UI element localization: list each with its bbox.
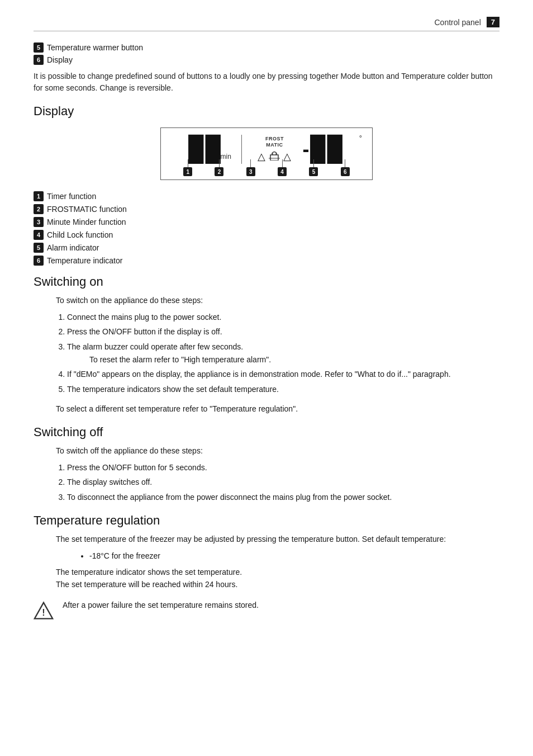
callout-line-3: [250, 159, 251, 167]
temp-reg-bullet-1: -18°C for the freezer: [89, 550, 499, 562]
callout-badge-2: 2: [215, 167, 223, 176]
callout-badge-3: 3: [246, 167, 255, 176]
header-text: Control panel 7: [434, 17, 499, 27]
step-on-4: If "dEMo" appears on the display, the ap…: [67, 368, 499, 380]
display-diagram: ██ min FROSTMATIC △: [160, 127, 373, 180]
left-segment-group: ██ min: [189, 137, 231, 162]
feature-label-2: FROSTMATIC function: [47, 205, 127, 214]
feature-item-2: 2 FROSTMATIC function: [34, 204, 499, 214]
feature-badge-5: 5: [34, 243, 44, 253]
left-segment: ██ min: [189, 137, 231, 162]
feature-item-6: 6 Temperature indicator: [34, 256, 499, 266]
warning-block: ! After a power failure the set temperat…: [34, 599, 499, 622]
step-off-1: Press the ON/OFF button for 5 seconds.: [67, 461, 499, 474]
feature-badge-4: 4: [34, 230, 44, 240]
callout-line-2: [219, 159, 220, 167]
switching-on-steps: Connect the mains plug to the power sock…: [67, 311, 499, 395]
feature-badge-6: 6: [34, 256, 44, 266]
middle-group: FROSTMATIC △ △: [252, 136, 297, 163]
page: Control panel 7 5 Temperature warmer but…: [0, 0, 533, 756]
badge-6: 6: [34, 55, 44, 65]
feature-list: 1 Timer function 2 FROSTMATIC function 3…: [34, 191, 499, 266]
callout-6: 6: [341, 159, 350, 176]
step-on-2: Press the ON/OFF button if the display i…: [67, 325, 499, 338]
temp-reg-bullets: -18°C for the freezer: [89, 550, 499, 562]
feature-label-1: Timer function: [47, 192, 96, 201]
top-items-list: 5 Temperature warmer button 6 Display: [34, 42, 499, 65]
step-on-1: Connect the mains plug to the power sock…: [67, 311, 499, 323]
callout-1: 1: [183, 159, 192, 176]
top-item-6-label: Display: [47, 55, 73, 64]
switching-off-body: To switch off the appliance do these ste…: [34, 445, 499, 503]
right-group: - ██: [302, 137, 344, 162]
step-on-3: The alarm buzzer could operate after few…: [67, 341, 499, 366]
step-off-3: To disconnect the appliance from the pow…: [67, 491, 499, 503]
switching-on-intro: To switch on the appliance do these step…: [56, 295, 499, 306]
callout-line-1: [188, 159, 188, 167]
callout-badge-1: 1: [183, 167, 192, 176]
warning-triangle-icon: !: [34, 601, 54, 621]
callout-5: 5: [309, 159, 318, 176]
header-title: Control panel: [434, 18, 480, 27]
feature-item-1: 1 Timer function: [34, 191, 499, 201]
frost-matic-label: FROSTMATIC: [265, 136, 284, 148]
feature-badge-1: 1: [34, 191, 44, 201]
switching-off-heading: Switching off: [34, 425, 499, 440]
degree-symbol: °: [359, 134, 362, 142]
badge-5: 5: [34, 42, 44, 53]
callout-badge-6: 6: [341, 167, 350, 176]
callout-4: 4: [278, 159, 287, 176]
callout-badge-4: 4: [278, 167, 287, 176]
step-off-2: The display switches off.: [67, 476, 499, 488]
seg-left: ██: [189, 137, 223, 162]
temp-reg-heading: Temperature regulation: [34, 513, 499, 528]
switching-on-body: To switch on the appliance do these step…: [34, 295, 499, 395]
feature-item-3: 3 Minute Minder function: [34, 217, 499, 227]
callout-numbers: 1 2 3 4 5: [161, 159, 372, 176]
svg-text:!: !: [42, 607, 45, 617]
intro-paragraph: It is possible to change predefined soun…: [34, 70, 499, 94]
step-on-3-sub: To reset the alarm refer to "High temper…: [89, 354, 499, 366]
feature-label-6: Temperature indicator: [47, 256, 122, 265]
switching-off-intro: To switch off the appliance do these ste…: [56, 445, 499, 457]
top-item-6: 6 Display: [34, 55, 499, 65]
step-on-5: The temperature indicators show the set …: [67, 383, 499, 395]
switching-on-heading: Switching on: [34, 275, 499, 289]
top-item-5-label: Temperature warmer button: [47, 43, 143, 52]
callout-badge-5: 5: [309, 167, 318, 176]
temp-reg-line-2: The set temperature will be reached with…: [56, 578, 499, 590]
feature-badge-2: 2: [34, 204, 44, 214]
temp-reg-line-1: The temperature indicator shows the set …: [56, 566, 499, 578]
callout-line-5: [313, 159, 314, 167]
top-item-5: 5 Temperature warmer button: [34, 42, 499, 53]
callout-line-4: [282, 159, 283, 167]
callout-3: 3: [246, 159, 255, 176]
callout-line-6: [345, 159, 345, 167]
page-header: Control panel 7: [34, 17, 499, 31]
step-on-3-text: The alarm buzzer could operate after few…: [67, 342, 243, 351]
switching-off-steps: Press the ON/OFF button for 5 seconds. T…: [67, 461, 499, 503]
temp-reg-body: The set temperature of the freezer may b…: [34, 533, 499, 590]
warning-text: After a power failure the set temperatur…: [63, 599, 259, 611]
feature-item-4: 4 Child Lock function: [34, 230, 499, 240]
feature-badge-3: 3: [34, 217, 44, 227]
warning-icon-container: !: [34, 599, 54, 622]
temp-reg-intro: The set temperature of the freezer may b…: [56, 533, 499, 545]
seg-right: ██: [310, 137, 344, 162]
page-number: 7: [487, 17, 499, 27]
feature-label-3: Minute Minder function: [47, 218, 126, 226]
seg-minus: -: [302, 138, 309, 161]
display-diagram-wrapper: ██ min FROSTMATIC △: [34, 127, 499, 180]
feature-label-4: Child Lock function: [47, 230, 113, 239]
feature-label-5: Alarm indicator: [47, 243, 99, 252]
switching-on-closing: To select a different set temperature re…: [34, 403, 499, 415]
feature-item-5: 5 Alarm indicator: [34, 243, 499, 253]
display-heading: Display: [34, 104, 499, 119]
callout-2: 2: [215, 159, 223, 176]
